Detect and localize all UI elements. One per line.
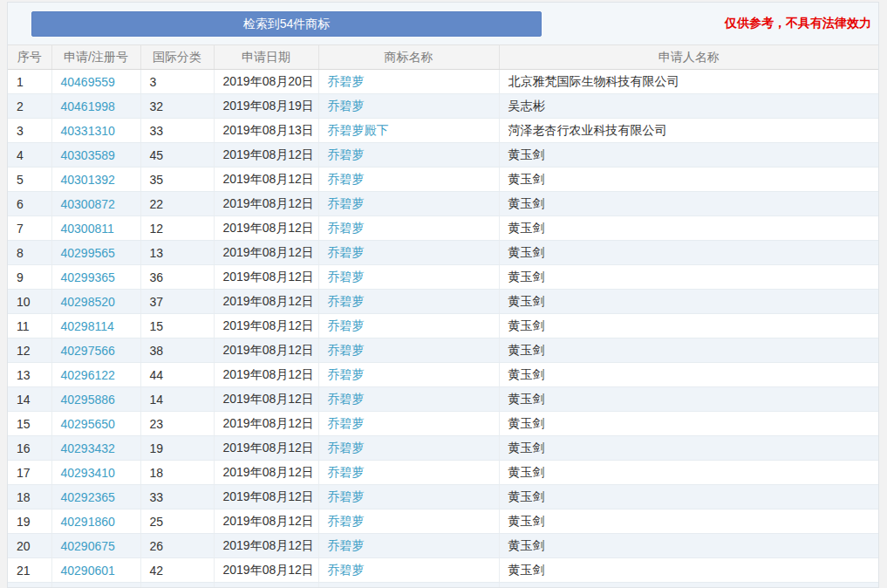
cell-reg-number: 40299565 [51, 241, 140, 265]
cell-reg-number: 40298520 [51, 290, 140, 314]
reg-number-link[interactable]: 40293432 [61, 441, 115, 455]
reg-number-link[interactable]: 40297566 [61, 344, 115, 358]
cell-reg-number: 40461998 [51, 94, 140, 119]
cell-trademark: 乔碧萝殿下 [318, 119, 499, 143]
cell-applicant: 黄玉剑 [499, 241, 878, 265]
reg-number-link[interactable]: 40290675 [61, 539, 115, 553]
cell-intl-class: 26 [140, 534, 214, 558]
cell-trademark: 乔碧萝 [318, 265, 499, 290]
cell-serial: 13 [8, 363, 51, 387]
table-row: 21 40290601 42 2019年08月12日 乔碧萝 黄玉剑 [8, 558, 878, 583]
trademark-name-link[interactable]: 乔碧萝 [328, 221, 365, 235]
trademark-name-link[interactable]: 乔碧萝 [328, 99, 365, 113]
trademark-name-link[interactable]: 乔碧萝 [328, 147, 365, 161]
trademark-name-link[interactable]: 乔碧萝殿下 [328, 123, 389, 137]
cell-intl-class: 22 [140, 192, 214, 216]
cell-serial: 2 [8, 94, 51, 119]
cell-trademark: 乔碧萝 [318, 436, 499, 461]
cell-apply-date: 2019年08月12日 [214, 338, 318, 363]
column-header: 申请人名称 [499, 45, 878, 70]
cell-intl-class: 37 [140, 290, 214, 314]
cell-apply-date: 2019年08月12日 [214, 290, 318, 314]
cell-reg-number: 40297566 [51, 338, 140, 363]
cell-applicant: 黄玉剑 [499, 363, 878, 387]
table-row: 9 40299365 36 2019年08月12日 乔碧萝 黄玉剑 [8, 265, 878, 290]
trademark-name-link[interactable]: 乔碧萝 [328, 489, 365, 503]
cell-intl-class: 3 [140, 70, 214, 94]
cell-apply-date: 2019年08月12日 [214, 436, 318, 461]
cell-serial: 20 [8, 534, 51, 558]
cell-serial: 21 [8, 558, 51, 583]
cell-apply-date: 2019年08月12日 [214, 485, 318, 509]
reg-number-link[interactable]: 40300872 [61, 197, 115, 211]
reg-number-link[interactable]: 40292365 [61, 490, 115, 504]
cell-reg-number: 40293432 [51, 436, 140, 461]
table-row: 8 40299565 13 2019年08月12日 乔碧萝 黄玉剑 [8, 241, 878, 265]
column-header: 申请日期 [214, 45, 318, 70]
reg-number-link[interactable]: 40303589 [61, 148, 115, 162]
cell-applicant: 黄玉剑 [499, 534, 878, 558]
cell-serial: 9 [8, 265, 51, 290]
trademark-name-link[interactable]: 乔碧萝 [328, 392, 365, 406]
results-body: 1 40469559 3 2019年08月20日 乔碧萝 北京雅梵国际生物科技有… [8, 70, 878, 583]
trademark-name-link[interactable]: 乔碧萝 [328, 367, 365, 381]
cell-applicant: 菏泽老杏行农业科技有限公司 [499, 119, 878, 143]
cell-serial: 11 [8, 314, 51, 338]
reg-number-link[interactable]: 40469559 [61, 75, 115, 89]
trademark-name-link[interactable]: 乔碧萝 [328, 172, 365, 186]
table-row: 16 40293432 19 2019年08月12日 乔碧萝 黄玉剑 [8, 436, 878, 461]
reg-number-link[interactable]: 40299565 [61, 246, 115, 260]
trademark-name-link[interactable]: 乔碧萝 [328, 514, 365, 528]
trademark-name-link[interactable]: 乔碧萝 [328, 245, 365, 259]
cell-trademark: 乔碧萝 [318, 314, 499, 338]
cell-apply-date: 2019年08月12日 [214, 534, 318, 558]
reg-number-link[interactable]: 40293410 [61, 466, 115, 480]
cell-serial: 1 [8, 70, 51, 94]
reg-number-link[interactable]: 40295886 [61, 393, 115, 407]
trademark-name-link[interactable]: 乔碧萝 [328, 441, 365, 455]
cell-reg-number: 40469559 [51, 70, 140, 94]
trademark-name-link[interactable]: 乔碧萝 [328, 74, 365, 88]
trademark-name-link[interactable]: 乔碧萝 [328, 465, 365, 479]
cell-reg-number: 40303589 [51, 143, 140, 168]
trademark-name-link[interactable]: 乔碧萝 [328, 294, 365, 308]
reg-number-link[interactable]: 40461998 [61, 99, 115, 113]
reg-number-link[interactable]: 40295650 [61, 417, 115, 431]
cell-trademark: 乔碧萝 [318, 509, 499, 534]
cell-reg-number: 40291860 [51, 509, 140, 534]
trademark-name-link[interactable]: 乔碧萝 [328, 343, 365, 357]
trademark-name-link[interactable]: 乔碧萝 [328, 318, 365, 332]
reg-number-link[interactable]: 40331310 [61, 124, 115, 138]
cell-reg-number: 40290675 [51, 534, 140, 558]
cell-intl-class: 19 [140, 436, 214, 461]
trademark-name-link[interactable]: 乔碧萝 [328, 563, 365, 577]
cell-apply-date: 2019年08月12日 [214, 387, 318, 412]
reg-number-link[interactable]: 40291860 [61, 515, 115, 529]
cell-serial: 4 [8, 143, 51, 168]
cell-apply-date: 2019年08月20日 [214, 70, 318, 94]
table-row: 7 40300811 12 2019年08月12日 乔碧萝 黄玉剑 [8, 216, 878, 241]
trademark-name-link[interactable]: 乔碧萝 [328, 196, 365, 210]
cell-applicant: 黄玉剑 [499, 290, 878, 314]
trademark-name-link[interactable]: 乔碧萝 [328, 270, 365, 284]
trademark-name-link[interactable]: 乔碧萝 [328, 538, 365, 552]
cell-applicant: 黄玉剑 [499, 192, 878, 216]
results-table: 序号申请/注册号国际分类申请日期商标名称申请人名称 1 40469559 3 2… [8, 44, 878, 588]
cell-intl-class: 33 [140, 119, 214, 143]
cell-serial: 19 [8, 509, 51, 534]
column-header: 商标名称 [318, 45, 499, 70]
cell-applicant: 黄玉剑 [499, 143, 878, 168]
table-row: 10 40298520 37 2019年08月12日 乔碧萝 黄玉剑 [8, 290, 878, 314]
reg-number-link[interactable]: 40298520 [61, 295, 115, 309]
reg-number-link[interactable]: 40299365 [61, 270, 115, 284]
reg-number-link[interactable]: 40290601 [61, 564, 115, 578]
reg-number-link[interactable]: 40296122 [61, 368, 115, 382]
reg-number-link[interactable]: 40300811 [61, 222, 114, 236]
cell-serial: 15 [8, 412, 51, 436]
cell-trademark: 乔碧萝 [318, 534, 499, 558]
trademark-name-link[interactable]: 乔碧萝 [328, 416, 365, 430]
reg-number-link[interactable]: 40301392 [61, 173, 115, 187]
cell-applicant: 北京雅梵国际生物科技有限公司 [499, 70, 878, 94]
reg-number-link[interactable]: 40298114 [61, 319, 114, 333]
result-count-button[interactable]: 检索到54件商标 [31, 11, 542, 37]
